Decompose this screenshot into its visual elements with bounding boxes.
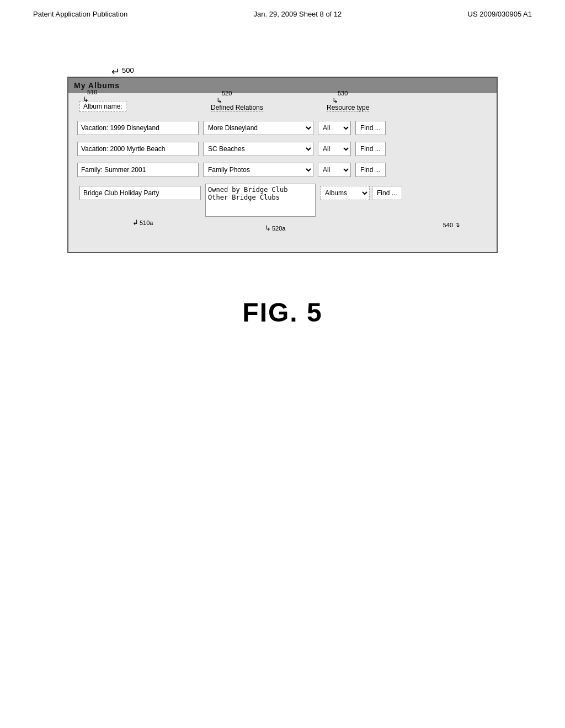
album-input-1[interactable] <box>77 121 199 135</box>
dialog-titlebar: My Albums <box>68 78 497 93</box>
resource-select-1[interactable]: All <box>318 121 351 135</box>
relations-select-3[interactable]: Family Photos <box>203 163 313 177</box>
relations-column-header: 520 ↳ Defined Relations <box>211 102 327 112</box>
resource-select-3[interactable]: All <box>318 163 351 177</box>
main-content: ↵ 500 My Albums 510 ↳ Album name: <box>0 24 565 328</box>
find-button-1[interactable]: Find ... <box>355 121 386 135</box>
album-input-4[interactable] <box>79 186 201 200</box>
arrow-520: ↳ <box>216 97 222 105</box>
annotation-530: 530 <box>338 90 348 97</box>
header-left: Patent Application Publication <box>33 10 127 18</box>
annotation-510a: ↲ 510a <box>132 218 153 227</box>
arrow-510: ↳ <box>83 95 89 104</box>
figure-caption: FIG. 5 <box>242 297 322 328</box>
annotation-520a: ↳ 520a <box>265 224 285 232</box>
relations-select-1[interactable]: More Disneyland <box>203 121 313 135</box>
header-right: US 2009/030905 A1 <box>468 10 532 18</box>
find-button-3[interactable]: Find ... <box>355 163 386 177</box>
relations-textarea-4[interactable]: Owned by Bridge Club Other Bridge Clubs <box>205 184 316 217</box>
figure-container: ↵ 500 My Albums 510 ↳ Album name: <box>67 57 498 253</box>
resource-column-header: 530 ↳ Resource type <box>327 102 448 112</box>
album-column-header: 510 ↳ Album name: <box>79 101 211 112</box>
resource-label: Resource type <box>327 104 369 112</box>
relations-select-2[interactable]: SC Beaches <box>203 142 313 156</box>
page-header: Patent Application Publication Jan. 29, … <box>0 0 565 24</box>
header-middle: Jan. 29, 2009 Sheet 8 of 12 <box>254 10 342 18</box>
relations-label: Defined Relations <box>211 104 263 112</box>
annotation-510: 510 <box>87 89 97 95</box>
annotation-540: 540 ↴ <box>443 221 460 229</box>
resource-albums-select-4[interactable]: Albums <box>320 186 370 200</box>
find-button-2[interactable]: Find ... <box>355 142 386 156</box>
album-input-3[interactable] <box>77 163 199 177</box>
dialog-box: My Albums 510 ↳ Album name: 520 ↳ <box>67 77 498 253</box>
dialog-body: 510 ↳ Album name: 520 ↳ Defined Relation… <box>68 93 497 252</box>
table-row: More Disneyland All Find ... <box>77 121 488 135</box>
arrow-530: ↳ <box>332 97 338 105</box>
annotation-500: 500 <box>122 66 134 74</box>
annotation-500-arrow: ↵ <box>111 67 120 77</box>
annotation-520: 520 <box>222 90 232 97</box>
table-row: Family Photos All Find ... <box>77 163 488 177</box>
table-row-multiline: Owned by Bridge Club Other Bridge Clubs … <box>77 184 488 217</box>
resource-select-2[interactable]: All <box>318 142 351 156</box>
album-input-2[interactable] <box>77 142 199 156</box>
find-button-4[interactable]: Find ... <box>372 186 402 200</box>
table-row: SC Beaches All Find ... <box>77 142 488 156</box>
